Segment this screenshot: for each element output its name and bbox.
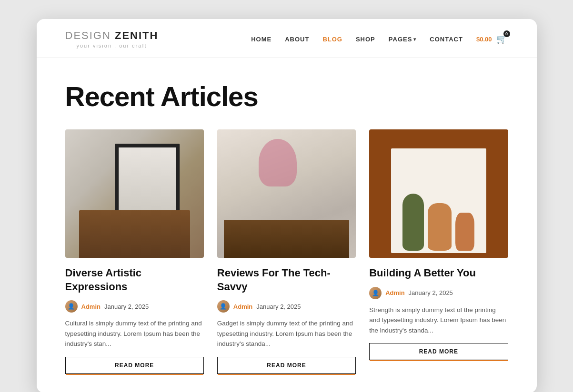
article-card-1[interactable]: Diverse Artistic Expressions 👤 Admin Jan… xyxy=(65,129,204,392)
avatar-2: 👤 xyxy=(217,300,230,313)
chevron-down-icon: ▾ xyxy=(413,37,416,42)
article-img-interior xyxy=(65,129,204,258)
article-img-abstract xyxy=(369,129,508,258)
read-more-button-3[interactable]: READ MORE xyxy=(369,343,508,360)
vase-shape-1 xyxy=(402,194,424,251)
article-date-1: January 2, 2025 xyxy=(104,303,149,310)
nav-blog[interactable]: BLOG xyxy=(322,36,342,43)
nav-shop[interactable]: SHOP xyxy=(356,36,375,43)
nav-home[interactable]: HOME xyxy=(251,36,271,43)
article-image-3 xyxy=(369,129,508,258)
author-name-3[interactable]: Admin xyxy=(385,289,404,296)
article-meta-2: 👤 Admin January 2, 2025 xyxy=(217,300,356,313)
article-image-1 xyxy=(65,129,204,258)
nav-about[interactable]: ABOUT xyxy=(285,36,309,43)
main-content: Recent Articles Diverse Artistic Express… xyxy=(37,58,537,392)
article-title-3: Building A Better You xyxy=(369,266,508,280)
logo-design: DESIGN xyxy=(65,29,111,41)
article-meta-1: 👤 Admin January 2, 2025 xyxy=(65,300,204,313)
articles-grid: Diverse Artistic Expressions 👤 Admin Jan… xyxy=(65,129,508,392)
vase-shape-2 xyxy=(428,203,452,251)
article-meta-3: 👤 Admin January 2, 2025 xyxy=(369,287,508,299)
logo-text: DESIGN ZENITH xyxy=(65,29,159,42)
nav-contact[interactable]: CONTACT xyxy=(430,36,463,43)
article-date-2: January 2, 2025 xyxy=(256,303,301,310)
logo-zenith: ZENITH xyxy=(115,29,158,41)
article-date-3: January 2, 2025 xyxy=(409,289,453,296)
cart-area[interactable]: $0.00 🛒 0 xyxy=(476,32,508,46)
avatar-1: 👤 xyxy=(65,300,78,313)
article-image-2 xyxy=(217,129,356,258)
art-shapes xyxy=(393,151,484,251)
article-excerpt-1: Cultural is simply dummy text of the pri… xyxy=(65,318,204,349)
logo-tagline: your vision . our craft xyxy=(65,43,159,49)
read-more-button-2[interactable]: READ MORE xyxy=(217,357,356,374)
read-more-button-1[interactable]: READ MORE xyxy=(65,357,204,374)
author-name-2[interactable]: Admin xyxy=(233,303,252,310)
cart-badge: 0 xyxy=(503,30,510,37)
browser-window: DESIGN ZENITH your vision . our craft HO… xyxy=(37,19,537,392)
nav-pages-label: PAGES xyxy=(389,36,412,43)
article-title-2: Reviews For The Tech-Savvy xyxy=(217,266,356,294)
author-name-1[interactable]: Admin xyxy=(81,303,101,310)
main-nav: HOME ABOUT BLOG SHOP PAGES ▾ CONTACT $0.… xyxy=(251,32,508,46)
article-title-1: Diverse Artistic Expressions xyxy=(65,266,204,294)
nav-pages[interactable]: PAGES ▾ xyxy=(389,36,417,43)
section-title: Recent Articles xyxy=(65,80,508,112)
article-card-2[interactable]: Reviews For The Tech-Savvy 👤 Admin Janua… xyxy=(217,129,356,392)
logo[interactable]: DESIGN ZENITH your vision . our craft xyxy=(65,29,159,49)
cart-icon-wrap: 🛒 0 xyxy=(495,32,508,46)
avatar-3: 👤 xyxy=(369,287,382,299)
article-excerpt-2: Gadget is simply dummy text of the print… xyxy=(217,318,356,349)
article-card-3[interactable]: Building A Better You 👤 Admin January 2,… xyxy=(369,129,508,392)
article-excerpt-3: Strength is simply dummy text of the pri… xyxy=(369,305,508,336)
article-img-glass xyxy=(217,129,356,258)
vase-shape-3 xyxy=(455,213,474,251)
site-header: DESIGN ZENITH your vision . our craft HO… xyxy=(37,19,537,58)
cart-price: $0.00 xyxy=(476,36,492,43)
